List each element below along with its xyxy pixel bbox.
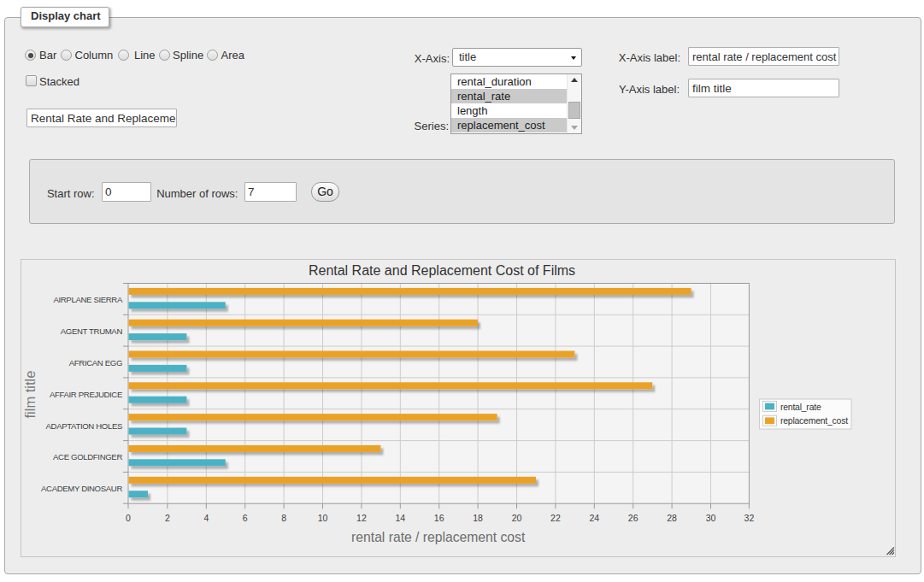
svg-text:AGENT TRUMAN: AGENT TRUMAN	[61, 326, 123, 336]
svg-text:8: 8	[281, 513, 286, 523]
svg-text:26: 26	[628, 513, 639, 523]
svg-text:ACE GOLDFINGER: ACE GOLDFINGER	[53, 452, 122, 461]
svg-text:18: 18	[473, 513, 483, 523]
svg-text:0: 0	[126, 513, 131, 523]
svg-text:6: 6	[243, 513, 248, 523]
svg-text:28: 28	[667, 513, 677, 523]
svg-text:Rental Rate and Replacement Co: Rental Rate and Replacement Cost of Film…	[309, 263, 575, 278]
svg-text:20: 20	[512, 513, 522, 523]
svg-text:22: 22	[550, 513, 561, 523]
svg-text:AFFAIR PREJUDICE: AFFAIR PREJUDICE	[50, 390, 122, 399]
svg-text:12: 12	[356, 513, 367, 523]
svg-text:24: 24	[589, 513, 599, 523]
svg-text:4: 4	[203, 513, 209, 523]
svg-text:30: 30	[706, 513, 716, 523]
svg-text:16: 16	[434, 513, 444, 523]
svg-text:14: 14	[395, 513, 405, 523]
svg-text:replacement_cost: replacement_cost	[780, 416, 848, 426]
svg-text:10: 10	[318, 513, 328, 523]
svg-text:ACADEMY DINOSAUR: ACADEMY DINOSAUR	[41, 484, 122, 493]
svg-text:2: 2	[165, 513, 170, 523]
svg-text:AIRPLANE SIERRA: AIRPLANE SIERRA	[53, 295, 123, 304]
svg-text:AFRICAN EGG: AFRICAN EGG	[69, 358, 122, 367]
svg-text:ADAPTATION HOLES: ADAPTATION HOLES	[46, 421, 122, 431]
svg-text:rental rate / replacement cost: rental rate / replacement cost	[351, 530, 526, 544]
svg-text:rental_rate: rental_rate	[780, 403, 821, 412]
svg-text:film title: film title	[22, 371, 38, 419]
svg-text:32: 32	[744, 513, 755, 523]
